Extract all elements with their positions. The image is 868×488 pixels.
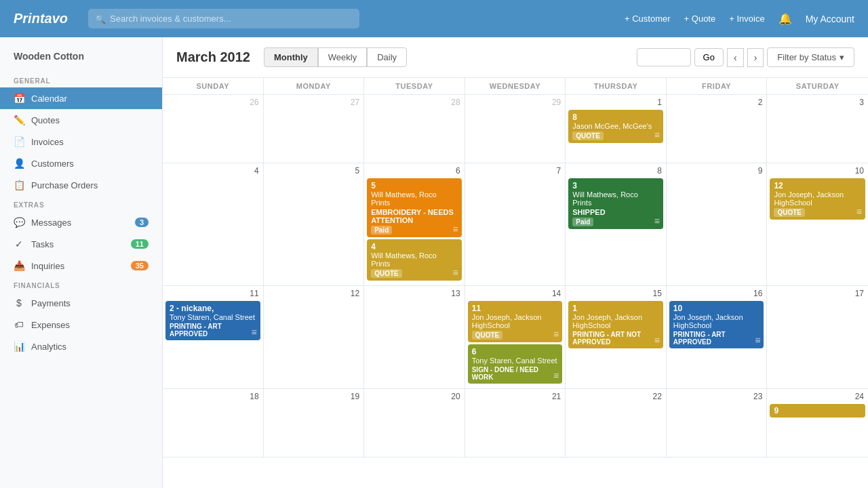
- event-3[interactable]: 3 Will Mathews, Roco Prints SHIPPED Paid…: [568, 178, 663, 229]
- quotes-icon: ✏️: [14, 115, 24, 125]
- sidebar-item-inquiries[interactable]: 📥 Inquiries 35: [0, 255, 162, 277]
- cal-cell-9: 9: [667, 163, 768, 285]
- day-monday: MONDAY: [264, 78, 365, 94]
- cal-cell-mar3: 3: [767, 95, 868, 163]
- inquiries-badge: 35: [131, 261, 149, 270]
- event-more-icon: ≡: [553, 371, 559, 380]
- sidebar-item-invoices[interactable]: 📄 Invoices: [0, 131, 162, 152]
- cal-cell-10: 10 12 Jon Joseph, Jackson HighSchool QUO…: [767, 163, 868, 285]
- sidebar-item-po-label: Purchase Orders: [31, 180, 98, 190]
- event-6[interactable]: 6 Tony Staren, Canal Street SIGN - DONE …: [468, 344, 563, 384]
- cal-cell-22: 22: [566, 389, 667, 457]
- cal-cell-14: 14 11 Jon Joseph, Jackson HighSchool QUO…: [465, 286, 566, 388]
- add-invoice-button[interactable]: + Invoice: [729, 14, 764, 24]
- invoices-icon: 📄: [14, 136, 24, 147]
- my-account-link[interactable]: My Account: [806, 14, 854, 24]
- cal-cell-4: 4: [163, 163, 264, 285]
- sidebar-item-calendar[interactable]: 📅 Calendar: [0, 87, 162, 109]
- sidebar-item-purchase-orders[interactable]: 📋 Purchase Orders: [0, 174, 162, 196]
- purchase-orders-icon: 📋: [14, 180, 24, 190]
- event-more-icon: ≡: [453, 224, 458, 234]
- cal-cell-11: 11 2 - nickane, Tony Staren, Canal Stree…: [163, 286, 264, 388]
- cal-cell-16: 16 10 Jon Joseph, Jackson HighSchool PRI…: [667, 286, 768, 388]
- calendar-days-header: SUNDAY MONDAY TUESDAY WEDNESDAY THURSDAY…: [163, 78, 868, 95]
- sidebar: Wooden Cotton GENERAL 📅 Calendar ✏️ Quot…: [0, 37, 163, 488]
- cal-cell-mar1: 1 8 Jason McGee, McGee's QUOTE ≡: [566, 95, 667, 163]
- notification-icon[interactable]: 🔔: [778, 12, 792, 25]
- sidebar-item-customers-label: Customers: [31, 159, 74, 169]
- general-section-label: GENERAL: [0, 72, 162, 87]
- event-10[interactable]: 10 Jon Joseph, Jackson HighSchool PRINTI…: [669, 301, 764, 348]
- financials-section-label: FINANCIALS: [0, 277, 162, 292]
- sidebar-item-expenses[interactable]: 🏷 Expenses: [0, 314, 162, 336]
- calendar-icon: 📅: [14, 93, 24, 104]
- cal-cell-21: 21: [465, 389, 566, 457]
- filter-chevron-icon: ▾: [840, 52, 844, 62]
- cal-cell-6: 6 5 Will Mathews, Roco Prints EMBROIDERY…: [364, 163, 465, 285]
- add-quote-button[interactable]: + Quote: [684, 14, 716, 24]
- event-2[interactable]: 2 - nickane, Tony Staren, Canal Street P…: [165, 301, 260, 340]
- cal-cell-26: 26: [163, 95, 264, 163]
- cal-cell-mar2: 2: [667, 95, 768, 163]
- event-more-icon: ≡: [251, 327, 256, 337]
- event-8[interactable]: 8 Jason McGee, McGee's QUOTE ≡: [568, 110, 663, 143]
- cal-cell-15: 15 1 Jon Joseph, Jackson HighSchool PRIN…: [566, 286, 667, 388]
- sidebar-item-customers[interactable]: 👤 Customers: [0, 152, 162, 174]
- event-11[interactable]: 11 Jon Joseph, Jackson HighSchool QUOTE …: [468, 301, 563, 342]
- tab-daily[interactable]: Daily: [367, 47, 407, 67]
- sidebar-item-quotes[interactable]: ✏️ Quotes: [0, 109, 162, 131]
- go-button[interactable]: Go: [694, 48, 724, 66]
- search-icon: 🔍: [95, 14, 106, 24]
- add-customer-button[interactable]: + Customer: [625, 14, 671, 24]
- prev-month-button[interactable]: ‹: [727, 48, 744, 67]
- tab-monthly[interactable]: Monthly: [264, 47, 318, 67]
- cal-cell-23: 23: [667, 389, 768, 457]
- filter-status-button[interactable]: Filter by Status ▾: [767, 47, 854, 67]
- tab-weekly[interactable]: Weekly: [318, 47, 367, 67]
- sidebar-item-inquiries-label: Inquiries: [31, 261, 64, 271]
- payments-icon: $: [14, 298, 24, 308]
- event-1[interactable]: 1 Jon Joseph, Jackson HighSchool PRINTIN…: [568, 301, 663, 348]
- event-4[interactable]: 4 Will Mathews, Roco Prints QUOTE ≡: [367, 239, 462, 281]
- date-input[interactable]: 03/2012: [637, 48, 691, 66]
- sidebar-item-payments[interactable]: $ Payments: [0, 292, 162, 314]
- day-saturday: SATURDAY: [767, 78, 868, 94]
- topbar-actions: + Customer + Quote + Invoice 🔔 My Accoun…: [625, 12, 854, 25]
- event-12[interactable]: 12 Jon Joseph, Jackson HighSchool QUOTE …: [770, 178, 865, 220]
- calendar-title: March 2012: [176, 49, 250, 65]
- sidebar-brand: Wooden Cotton: [0, 47, 162, 72]
- search-wrap: 🔍: [88, 9, 359, 28]
- sidebar-item-analytics[interactable]: 📊 Analytics: [0, 336, 162, 357]
- event-more-icon: ≡: [654, 216, 660, 226]
- week-4: 18 19 20 21 22 23 24 9: [163, 389, 868, 458]
- calendar-header: March 2012 Monthly Weekly Daily 03/2012 …: [163, 37, 868, 78]
- event-9-partial[interactable]: 9: [770, 404, 865, 418]
- week-3: 11 2 - nickane, Tony Staren, Canal Stree…: [163, 286, 868, 389]
- day-friday: FRIDAY: [667, 78, 768, 94]
- sidebar-item-tasks[interactable]: ✓ Tasks 11: [0, 233, 162, 255]
- cal-cell-20: 20: [364, 389, 465, 457]
- cal-cell-7: 7: [465, 163, 566, 285]
- main-layout: Wooden Cotton GENERAL 📅 Calendar ✏️ Quot…: [0, 37, 868, 488]
- analytics-icon: 📊: [14, 341, 24, 352]
- sidebar-item-expenses-label: Expenses: [31, 320, 70, 330]
- cal-cell-8a: 8 3 Will Mathews, Roco Prints SHIPPED Pa…: [566, 163, 667, 285]
- day-sunday: SUNDAY: [163, 78, 264, 94]
- sidebar-item-tasks-label: Tasks: [31, 239, 54, 249]
- sidebar-item-messages[interactable]: 💬 Messages 3: [0, 211, 162, 233]
- view-tabs: Monthly Weekly Daily: [264, 47, 407, 67]
- event-more-icon: ≡: [856, 207, 862, 216]
- messages-icon: 💬: [14, 217, 24, 228]
- tasks-badge: 11: [131, 239, 149, 249]
- inquiries-icon: 📥: [14, 260, 24, 271]
- messages-badge: 3: [135, 218, 149, 227]
- search-input[interactable]: [88, 9, 359, 28]
- event-5[interactable]: 5 Will Mathews, Roco Prints EMBROIDERY -…: [367, 178, 462, 237]
- day-wednesday: WEDNESDAY: [465, 78, 566, 94]
- sidebar-item-calendar-label: Calendar: [31, 94, 67, 104]
- next-month-button[interactable]: ›: [747, 48, 764, 67]
- event-more-icon: ≡: [654, 130, 660, 140]
- cal-cell-5: 5: [264, 163, 365, 285]
- cal-cell-17: 17: [767, 286, 868, 388]
- cal-cell-13: 13: [364, 286, 465, 388]
